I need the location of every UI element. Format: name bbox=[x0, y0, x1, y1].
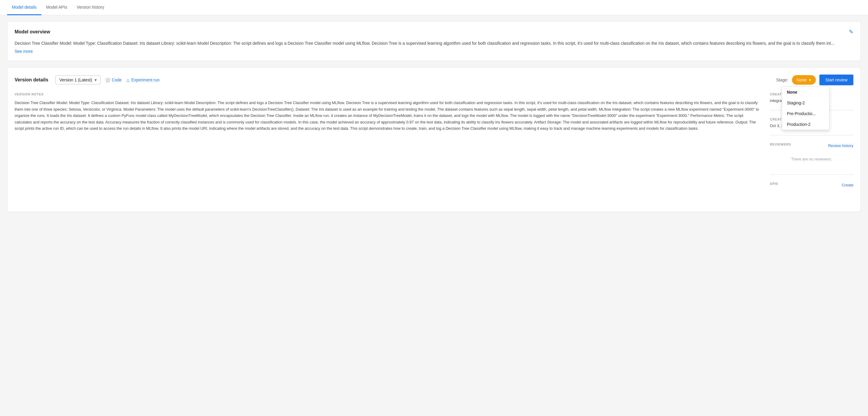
version-header: Version details Version 1 (Latest) ▾ ⬜ C… bbox=[14, 74, 854, 85]
start-review-button[interactable]: Start review bbox=[819, 74, 854, 85]
experiment-run-link[interactable]: △ Experiment run bbox=[126, 77, 160, 82]
stage-dropdown-menu: None Staging-2 Pre-Productio... Producti… bbox=[782, 87, 830, 130]
version-notes-section: VERSION NOTES Decision Tree Classifier M… bbox=[14, 92, 760, 204]
no-reviewers-text: There are no reviewers. bbox=[770, 151, 854, 167]
page-container: Model details Model APIs Version history… bbox=[0, 0, 868, 416]
code-link[interactable]: ⬜ Code bbox=[105, 77, 122, 82]
flask-icon: △ bbox=[126, 78, 129, 82]
dropdown-item-production-2[interactable]: Production-2 bbox=[782, 119, 829, 130]
dropdown-item-none[interactable]: None bbox=[782, 87, 829, 97]
version-select-label: Version 1 (Latest) bbox=[59, 77, 92, 82]
reviewers-header: REVIEWERS Review history bbox=[770, 142, 854, 149]
version-select[interactable]: Version 1 (Latest) ▾ bbox=[56, 75, 100, 85]
tab-model-details[interactable]: Model details bbox=[7, 0, 41, 15]
apis-section: APIS Create bbox=[770, 182, 854, 197]
see-more-link[interactable]: See more bbox=[14, 49, 33, 54]
stage-dropdown[interactable]: None ▾ bbox=[792, 75, 816, 85]
experiment-run-label: Experiment run bbox=[131, 77, 160, 82]
version-content: VERSION NOTES Decision Tree Classifier M… bbox=[14, 92, 854, 204]
tab-version-history[interactable]: Version history bbox=[72, 0, 109, 15]
apis-label: APIS bbox=[770, 182, 778, 186]
code-label: Code bbox=[112, 77, 122, 82]
stage-chevron-icon: ▾ bbox=[809, 77, 811, 82]
tab-model-apis[interactable]: Model APIs bbox=[41, 0, 72, 15]
review-history-link[interactable]: Review history bbox=[828, 143, 854, 148]
model-overview-description: Decision Tree Classifier Model: Model Ty… bbox=[14, 40, 854, 46]
version-notes-text: Decision Tree Classifier Model: Model Ty… bbox=[14, 100, 760, 131]
reviewers-section: REVIEWERS Review history There are no re… bbox=[770, 142, 854, 175]
create-api-link[interactable]: Create bbox=[842, 183, 854, 187]
dropdown-item-pre-production[interactable]: Pre-Productio... bbox=[782, 108, 829, 119]
model-overview-card: Model overview ✎ Decision Tree Classifie… bbox=[7, 21, 861, 61]
version-header-right: Stage: None ▾ None Staging-2 Pre-Product… bbox=[776, 74, 854, 85]
reviewers-label: REVIEWERS bbox=[770, 142, 791, 146]
apis-header: APIS Create bbox=[770, 182, 854, 188]
version-notes-label: VERSION NOTES bbox=[14, 92, 760, 96]
edit-icon[interactable]: ✎ bbox=[849, 29, 854, 35]
version-details-card: Version details Version 1 (Latest) ▾ ⬜ C… bbox=[7, 67, 861, 212]
code-icon: ⬜ bbox=[105, 78, 110, 82]
stage-label: Stage: bbox=[776, 77, 788, 82]
chevron-down-icon: ▾ bbox=[95, 77, 97, 82]
stage-value: None bbox=[797, 77, 807, 82]
model-overview-header: Model overview ✎ bbox=[14, 29, 854, 35]
version-details-title: Version details bbox=[14, 77, 48, 83]
model-overview-title: Model overview bbox=[14, 29, 50, 35]
tabs-bar: Model details Model APIs Version history bbox=[0, 0, 868, 15]
dropdown-item-staging-2[interactable]: Staging-2 bbox=[782, 97, 829, 108]
